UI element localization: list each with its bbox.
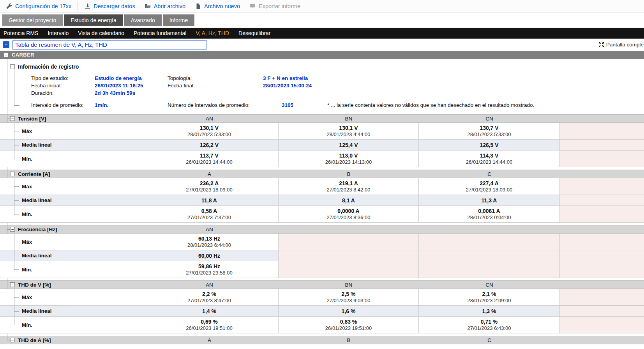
empty-cell <box>560 234 644 250</box>
toolbar-button-configuracion-de-17xx[interactable]: Configuración de 17xx <box>2 2 76 11</box>
tree-connector <box>7 340 10 340</box>
row-label: Media lineal <box>0 306 140 317</box>
data-cell: 219,1 A27/01/2023 8:42:00 <box>279 178 419 195</box>
column-header: AN <box>140 116 279 122</box>
table-header-row: –THD de A [%]ABC <box>0 336 644 344</box>
tab-estudio-de-energia[interactable]: Estudio de energía <box>64 14 123 26</box>
cell-timestamp: 27/01/2023 18:09:00 <box>466 187 512 193</box>
data-cell: 59,86 Hz27/01/2023 23:58:00 <box>140 261 279 278</box>
table-rows: Máx236,2 A27/01/2023 18:09:00219,1 A27/0… <box>0 178 644 223</box>
table-title: Tensión [V] <box>18 116 46 122</box>
subtab-v-a-hz-thd[interactable]: V, A, Hz, THD <box>196 30 229 36</box>
cell-timestamp: 28/01/2023 6:44:00 <box>187 242 231 248</box>
tab-avanzado[interactable]: Avanzado <box>124 14 162 26</box>
table-rows: Máx2,2 %27/01/2023 8:47:002,5 %27/01/202… <box>0 289 644 333</box>
toolbar-button-descargar-datos[interactable]: Descargar datos <box>80 2 139 11</box>
table-title-cell: –Corriente [A] <box>0 170 140 178</box>
data-cell: 114,3 V26/01/2023 14:44:00 <box>419 151 560 167</box>
cell-value: 11,3 A <box>482 197 497 204</box>
cell-value: 130,1 V <box>339 124 358 131</box>
cell-value: 1,4 % <box>202 308 216 315</box>
field-value-tipo: Estudio de energía <box>95 75 168 81</box>
tree-connector <box>7 229 10 230</box>
data-cell: 125,4 V <box>279 140 419 151</box>
toolbar-button-archivo-nuevo[interactable]: Archivo nuevo <box>191 2 244 11</box>
subtab-intervalo[interactable]: Intervalo <box>48 30 69 36</box>
empty-cell <box>560 261 644 278</box>
cell-timestamp: 26/01/2023 14:44:00 <box>186 159 232 165</box>
tree-connector <box>7 119 10 119</box>
cell-value: 60,13 Hz <box>198 235 220 242</box>
empty-cell <box>419 250 560 261</box>
toolbar-button-label: Configuración de 17xx <box>15 3 71 9</box>
cell-value: 113,0 V <box>339 152 358 159</box>
table-row-media-lineal: Media lineal126,2 V125,4 V126,5 V <box>0 140 644 151</box>
table-title-cell: –Frecuencia [Hz] <box>0 225 140 233</box>
table-section-thd-de-a: –THD de A [%]ABC <box>0 336 644 344</box>
table-row-max: Máx2,2 %27/01/2023 8:47:002,5 %27/01/202… <box>0 289 644 306</box>
collapse-section-icon[interactable]: – <box>10 282 15 287</box>
collapse-section-icon[interactable]: – <box>10 227 15 232</box>
collapse-all-icon[interactable]: – <box>3 41 9 48</box>
empty-cell <box>560 195 644 206</box>
cell-value: 125,4 V <box>339 142 358 149</box>
tab-gestor-del-proyecto[interactable]: Gestor del proyecto <box>2 14 63 26</box>
tree-line <box>14 234 14 270</box>
subtab-desequilibrar[interactable]: Desequilibrar <box>238 30 270 36</box>
device-name: CARBER <box>12 52 34 58</box>
table-row-media-lineal: Media lineal1,4 %1,6 %1,3 % <box>0 306 644 317</box>
table-header-row: –Frecuencia [Hz]AN <box>0 225 644 234</box>
cell-value: 11,8 A <box>201 197 217 204</box>
column-header: B <box>279 171 419 177</box>
cell-value: 219,1 A <box>339 180 358 187</box>
data-cell: 130,7 V28/01/2023 5:33:00 <box>419 123 560 140</box>
data-cell: 227,4 A27/01/2023 18:09:00 <box>419 178 560 195</box>
field-value-intervalo: 1mín. <box>95 102 168 108</box>
cell-timestamp: 26/01/2023 14:13:00 <box>325 159 372 165</box>
empty-cell <box>419 234 560 250</box>
collapse-section-icon[interactable]: – <box>10 172 15 176</box>
table-header-row: –Corriente [A]ABC <box>0 170 644 178</box>
data-cell: 130,1 V28/01/2023 5:33:00 <box>140 123 279 140</box>
tree-connector <box>7 174 10 174</box>
cell-timestamp: 27/01/2023 8:47:00 <box>187 298 231 304</box>
cell-timestamp: 28/01/2023 4:44:00 <box>326 131 370 138</box>
fullscreen-label: Pantalla comple <box>606 42 644 48</box>
field-label-intervalo: Intervalo de promedio: <box>31 102 95 108</box>
app-window: Configuración de 17xxDescargar datosAbri… <box>0 0 644 349</box>
subtab-vista-de-calendario[interactable]: Vista de calendario <box>78 30 124 36</box>
collapse-record-info-icon[interactable]: – <box>10 64 15 69</box>
tree-line <box>14 289 14 325</box>
collapse-device-icon[interactable]: – <box>4 53 8 57</box>
column-header: C <box>419 171 560 177</box>
view-title-bar: – Pantalla comple <box>0 39 644 51</box>
toolbar-button-abrir-archivo[interactable]: Abrir archivo <box>140 2 190 11</box>
view-tab-bar: Potencia RMSIntervaloVista de calendario… <box>0 28 644 39</box>
column-header: CN <box>419 116 560 122</box>
table-title: THD de A [%] <box>18 337 51 343</box>
row-label: Mín. <box>0 261 140 278</box>
field-value-fecha-inicial: 26/01/2023 11:16:25 <box>95 83 168 89</box>
cell-timestamp: 28/01/2023 0:04:00 <box>467 214 511 221</box>
data-cell: 0,58 A27/01/2023 7:37:00 <box>140 206 279 223</box>
tree-connector <box>7 67 10 67</box>
report-body: – Información de registro Tipo de estudi… <box>0 59 644 344</box>
tab-informe[interactable]: Informe <box>163 14 194 26</box>
data-cell: 0,0000 A27/01/2023 8:36:00 <box>279 206 419 223</box>
record-info-fields: Tipo de estudio: Estudio de energía Topo… <box>0 71 644 112</box>
column-header: A <box>140 337 279 343</box>
table-section-tension-v: –Tensión [V]ANBNCNMáx130,1 V28/01/2023 5… <box>0 114 644 167</box>
tree-line <box>14 123 14 159</box>
collapse-section-icon[interactable]: – <box>10 116 15 121</box>
cell-value: 2,1 % <box>482 291 496 298</box>
table-row-min: Mín.59,86 Hz27/01/2023 23:58:00 <box>0 261 644 278</box>
subtab-potencia-rms[interactable]: Potencia RMS <box>4 30 38 36</box>
empty-cell <box>419 261 560 278</box>
toolbar-button-label: Descargar datos <box>94 3 135 9</box>
subtab-potencia-fundamental[interactable]: Potencia fundamental <box>134 30 186 36</box>
empty-cell <box>560 289 644 306</box>
cell-value: 0,83 % <box>340 318 357 325</box>
fullscreen-button[interactable]: Pantalla comple <box>598 39 644 51</box>
view-title-input[interactable] <box>12 40 206 50</box>
collapse-section-icon[interactable]: – <box>10 338 15 342</box>
